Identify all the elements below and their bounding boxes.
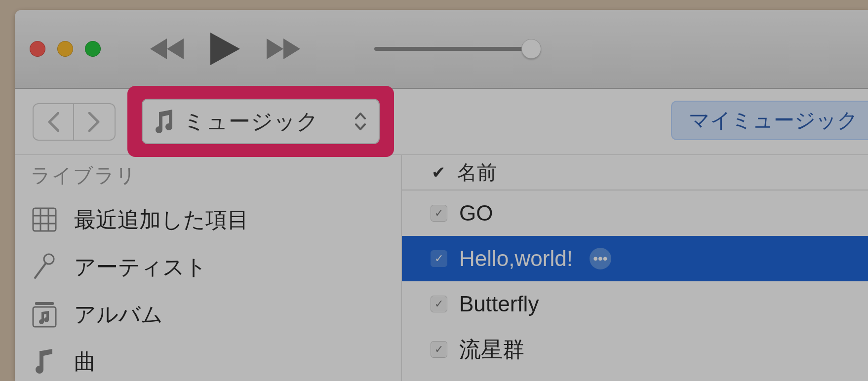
main-split: ライブラリ 最近追加した項目 アーティスト アルバム [15,155,868,381]
navigation-bar: ミュージック マイミュージック [15,89,868,155]
sidebar-item-artists[interactable]: アーティスト [30,243,401,291]
playback-controls [150,33,300,65]
sidebar-section-header: ライブラリ [31,162,401,189]
tab-label: マイミュージック [689,107,858,134]
next-track-button[interactable] [266,38,300,60]
zoom-window-button[interactable] [85,41,101,57]
table-row[interactable]: ✓ Butterfly [402,281,868,327]
previous-track-button[interactable] [150,38,185,60]
app-window: ミュージック マイミュージック ライブラリ 最近追加した項目 [15,10,868,381]
window-controls [30,41,101,57]
sidebar-item-label: 曲 [74,347,96,377]
volume-track[interactable] [374,47,532,51]
table-row[interactable]: ✓ GO [402,190,868,236]
row-checkbox[interactable]: ✓ [431,205,447,222]
chevron-up-down-icon [354,112,369,131]
volume-slider[interactable] [374,47,532,51]
note-icon [30,349,59,375]
history-nav [33,103,116,141]
row-checkbox[interactable]: ✓ [431,250,447,267]
grid-icon [30,207,59,232]
sidebar-item-albums[interactable]: アルバム [30,291,401,338]
sidebar-item-label: 最近追加した項目 [74,205,249,234]
track-list: ✔ 名前 ✓ GO ✓ Hello,world! ••• ✓ Butterfly… [402,155,868,381]
table-row[interactable]: ✓ Hello,world! ••• [402,236,868,281]
album-icon [30,301,59,328]
checkmark-column-header[interactable]: ✔ [432,162,445,182]
track-title: 流星群 [459,335,524,364]
table-row[interactable]: ✓ 流星群 [402,327,868,372]
svg-rect-0 [33,208,56,231]
forward-button[interactable] [74,103,116,141]
sidebar-item-recently-added[interactable]: 最近追加した項目 [30,196,401,243]
table-header: ✔ 名前 [402,155,868,190]
track-title: Hello,world! [459,246,573,271]
svg-rect-7 [35,302,54,305]
sidebar-item-label: アルバム [74,300,163,329]
close-window-button[interactable] [30,41,45,57]
media-type-label: ミュージック [183,107,345,136]
row-checkbox[interactable]: ✓ [431,296,447,312]
media-type-picker[interactable]: ミュージック [142,99,380,144]
track-title: Butterfly [459,292,539,316]
microphone-icon [30,253,59,281]
sidebar-item-label: アーティスト [74,253,207,282]
play-button[interactable] [210,33,240,65]
back-button[interactable] [33,103,74,141]
track-title: GO [459,201,493,226]
media-picker-highlight: ミュージック [127,86,394,157]
volume-thumb[interactable] [521,39,541,59]
tab-my-music[interactable]: マイミュージック [671,101,868,140]
sidebar-item-songs[interactable]: 曲 [30,338,401,381]
more-actions-button[interactable]: ••• [590,248,611,269]
name-column-header[interactable]: 名前 [457,159,497,186]
sidebar: ライブラリ 最近追加した項目 アーティスト アルバム [15,155,402,381]
music-icon [153,109,174,134]
titlebar [15,10,868,89]
svg-line-6 [35,263,46,278]
svg-rect-8 [33,307,56,327]
row-checkbox[interactable]: ✓ [431,341,447,358]
minimize-window-button[interactable] [57,41,73,57]
